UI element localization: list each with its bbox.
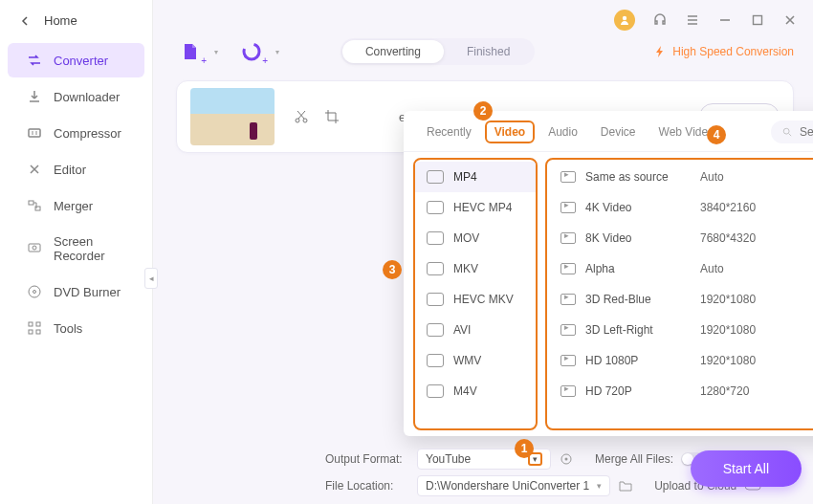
back-home[interactable]: Home [0,6,152,41]
preset-item[interactable]: HD 720P1280*720 [547,376,813,406]
sidebar-item-tools[interactable]: Tools [8,311,144,345]
svg-rect-9 [29,330,33,334]
svg-rect-3 [29,244,40,252]
format-item[interactable]: HEVC MKV [415,284,536,315]
menu-icon[interactable] [685,12,700,28]
format-popover: Recently Video Audio Device Web Video MP… [404,111,813,436]
preset-item[interactable]: 3D Red-Blue1920*1080 [547,284,813,315]
chevron-down-icon[interactable]: ▾ [214,48,218,56]
tab-finished[interactable]: Finished [444,40,533,63]
format-name: WMV [453,354,481,367]
preset-name: 8K Video [585,231,691,245]
preset-item[interactable]: 4K Video3840*2160 [547,192,813,223]
hsc-label: High Speed Conversion [672,45,794,58]
open-folder-icon[interactable] [618,478,633,493]
close-icon[interactable] [782,12,798,28]
tab-audio[interactable]: Audio [538,121,587,143]
format-icon [427,293,444,306]
avatar[interactable] [614,10,635,31]
svg-rect-12 [754,16,762,25]
preset-icon [560,324,576,336]
preset-item[interactable]: 8K Video7680*4320 [547,223,813,253]
svg-point-16 [783,128,789,134]
format-name: AVI [453,323,471,337]
sidebar-item-compressor[interactable]: Compressor [8,116,144,150]
popover-header: Recently Video Audio Device Web Video [404,111,813,152]
format-item[interactable]: AVI [415,315,536,345]
tools-icon [27,320,42,336]
format-icon [427,354,444,367]
svg-point-11 [623,16,626,20]
svg-point-5 [29,286,40,297]
mode-segment: Converting Finished [341,38,535,65]
preset-value: 1920*1080 [700,293,813,306]
svg-point-6 [33,291,36,294]
format-item[interactable]: WMV [415,345,536,376]
tab-device[interactable]: Device [591,121,646,143]
search-input[interactable] [798,124,813,140]
start-all-button[interactable]: Start All [691,450,802,487]
sidebar-item-editor[interactable]: Editor [8,152,144,186]
sidebar-item-label: Converter [54,54,108,68]
svg-rect-7 [29,322,33,326]
format-item[interactable]: MOV [415,223,536,253]
sidebar-item-label: Merger [54,199,93,213]
sidebar-item-downloader[interactable]: Downloader [8,79,144,114]
svg-point-4 [33,246,36,250]
callout-3: 3 [383,260,402,279]
crop-icon[interactable] [324,109,340,124]
add-url-button[interactable]: + [237,39,266,64]
converter-icon [27,53,42,68]
sidebar-item-converter[interactable]: Converter [8,43,144,77]
preset-item[interactable]: 3D Left-Right1920*1080 [547,315,813,345]
format-item[interactable]: MP4 [415,162,536,192]
format-icon [427,231,444,245]
thumbnail-tools [294,109,340,124]
minimize-icon[interactable] [717,12,733,28]
preset-item[interactable]: AlphaAuto [547,253,813,284]
cut-icon[interactable] [294,109,309,124]
tab-recently[interactable]: Recently [417,121,481,143]
preset-value: 1280*720 [700,384,813,398]
preset-name: Same as source [585,170,691,184]
svg-rect-0 [29,129,40,137]
sidebar-item-screen-recorder[interactable]: Screen Recorder [8,225,144,273]
add-file-button[interactable]: + [176,39,205,64]
file-location-label: File Location: [325,479,409,493]
tab-video[interactable]: Video [485,121,535,143]
format-name: MP4 [453,170,477,184]
preset-value: Auto [700,170,813,184]
sidebar-item-label: DVD Burner [54,285,121,299]
search-icon [782,126,792,138]
preset-value: 1920*1080 [700,354,813,367]
tab-converting[interactable]: Converting [342,40,444,63]
preset-value: 1920*1080 [700,323,813,337]
format-name: MKV [453,262,478,275]
sidebar-item-label: Compressor [54,126,121,141]
sidebar-item-merger[interactable]: Merger [8,188,144,223]
svg-point-18 [565,458,568,461]
preset-item[interactable]: Same as sourceAuto [547,162,813,192]
popover-tabs: Recently Video Audio Device Web Video [417,121,724,143]
search-box[interactable] [771,121,813,143]
high-speed-conversion[interactable]: High Speed Conversion [653,45,794,58]
format-item[interactable]: HEVC MP4 [415,192,536,223]
sidebar-item-dvd-burner[interactable]: DVD Burner [8,274,144,309]
preset-name: HD 720P [585,384,691,398]
preset-value: 7680*4320 [700,231,813,245]
video-thumbnail[interactable] [190,88,275,145]
settings-icon[interactable] [559,451,574,467]
chevron-down-icon[interactable]: ▾ [275,48,279,56]
editor-icon [27,162,42,177]
format-item[interactable]: MKV [415,253,536,284]
format-item[interactable]: M4V [415,376,536,406]
maximize-icon[interactable] [750,12,765,28]
headset-icon[interactable] [652,12,668,28]
chevron-left-icon [21,16,31,26]
compressor-icon [27,125,42,141]
preset-item[interactable]: HD 1080P1920*1080 [547,345,813,376]
file-location-select[interactable]: D:\Wondershare UniConverter 1 ▾ [417,475,610,496]
svg-rect-8 [36,322,40,326]
lightning-icon [653,45,667,58]
preset-icon [560,202,576,213]
